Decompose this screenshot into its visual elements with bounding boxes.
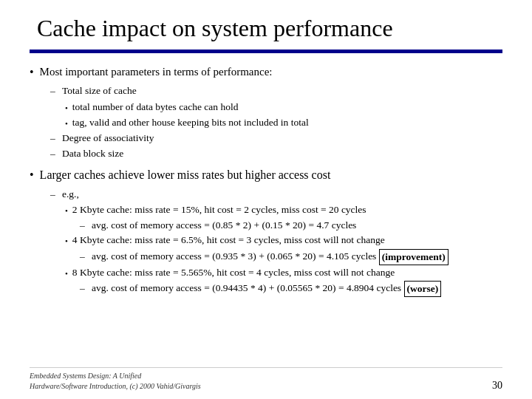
slide-footer: Embedded Systems Design: A Unified Hardw… (30, 367, 502, 392)
eg-2kb-avg: – avg. cost of memory access = (0.85 * 2… (80, 218, 502, 233)
total-size-detail-1-text: total number of data bytes cache can hol… (72, 100, 239, 115)
eg-2kb-avg-text: avg. cost of memory access = (0.85 * 2) … (92, 218, 356, 233)
sub-item-total-size: – Total size of cache (50, 83, 502, 98)
sub-item-total-size-text: Total size of cache (62, 83, 137, 98)
eg-4kb-avg-text: avg. cost of memory access = (0.935 * 3)… (92, 249, 376, 264)
bullet-2-sublist: – e.g., • 2 Kbyte cache: miss rate = 15%… (50, 187, 502, 298)
footer-line2: Hardware/Software Introduction, (c) 2000… (30, 381, 201, 392)
eg-2kb-text: 2 Kbyte cache: miss rate = 15%, hit cost… (72, 202, 366, 217)
sub-item-eg: – e.g., (50, 187, 502, 202)
total-size-detail-2-text: tag, valid and other house keeping bits … (72, 115, 309, 130)
small-bullet-1: • (65, 102, 68, 115)
footer-line1: Embedded Systems Design: A Unified (30, 371, 201, 381)
dash-2: – (50, 131, 58, 146)
total-size-detail-2: • tag, valid and other house keeping bit… (65, 115, 502, 130)
bullet-2: • Larger caches achieve lower miss rates… (30, 166, 502, 184)
small-bullet-2: • (65, 117, 68, 130)
dash-2kb: – (80, 218, 87, 233)
bullet-1-sublist: – Total size of cache • total number of … (50, 83, 502, 161)
footer-citation: Embedded Systems Design: A Unified Hardw… (30, 371, 201, 392)
eg-2kb: • 2 Kbyte cache: miss rate = 15%, hit co… (65, 202, 502, 217)
eg-4kb: • 4 Kbyte cache: miss rate = 6.5%, hit c… (65, 233, 502, 248)
improvement-badge: (improvement) (379, 249, 449, 265)
eg-8kb-text: 8 Kbyte cache: miss rate = 5.565%, hit c… (72, 265, 395, 280)
sub-item-data-block: – Data block size (50, 146, 502, 161)
bullet-1-text: Most important parameters in terms of pe… (40, 64, 273, 81)
dash-1: – (50, 83, 58, 98)
total-size-detail-1: • total number of data bytes cache can h… (65, 100, 502, 115)
eg-label: e.g., (62, 187, 79, 202)
eg-2kb-sub: – avg. cost of memory access = (0.85 * 2… (80, 218, 502, 233)
dash-8kb: – (80, 281, 87, 296)
dash-3: – (50, 146, 58, 161)
blue-divider (30, 50, 502, 53)
bullet-dot-2: • (30, 167, 34, 183)
small-bullet-4kb: • (65, 235, 68, 248)
sub-item-data-block-text: Data block size (62, 146, 123, 161)
small-bullet-2kb: • (65, 205, 68, 217)
sub-item-associativity-text: Degree of associativity (62, 131, 154, 146)
eg-4kb-text: 4 Kbyte cache: miss rate = 6.5%, hit cos… (72, 233, 385, 248)
eg-8kb-sub: – avg. cost of memory access = (0.94435 … (80, 281, 502, 297)
eg-8kb-avg: – avg. cost of memory access = (0.94435 … (80, 281, 502, 297)
eg-4kb-sub: – avg. cost of memory access = (0.935 * … (80, 249, 502, 265)
eg-4kb-avg: – avg. cost of memory access = (0.935 * … (80, 249, 502, 265)
bullet-1: • Most important parameters in terms of … (30, 64, 502, 81)
eg-8kb-avg-text: avg. cost of memory access = (0.94435 * … (92, 281, 401, 296)
bullet-2-text: Larger caches achieve lower miss rates b… (40, 166, 331, 184)
eg-8kb: • 8 Kbyte cache: miss rate = 5.565%, hit… (65, 265, 502, 280)
sub-item-associativity: – Degree of associativity (50, 131, 502, 146)
worse-badge: (worse) (404, 281, 442, 297)
small-bullet-8kb: • (65, 267, 68, 280)
dash-eg: – (50, 187, 58, 202)
dash-4kb: – (80, 249, 87, 264)
eg-details: • 2 Kbyte cache: miss rate = 15%, hit co… (65, 202, 502, 298)
bullet-dot-1: • (30, 64, 34, 81)
slide: Cache impact on system performance • Mos… (0, 0, 532, 399)
slide-content: • Most important parameters in terms of … (30, 64, 502, 364)
slide-title: Cache impact on system performance (30, 15, 502, 42)
total-size-details: • total number of data bytes cache can h… (65, 100, 502, 131)
page-number: 30 (492, 380, 502, 392)
